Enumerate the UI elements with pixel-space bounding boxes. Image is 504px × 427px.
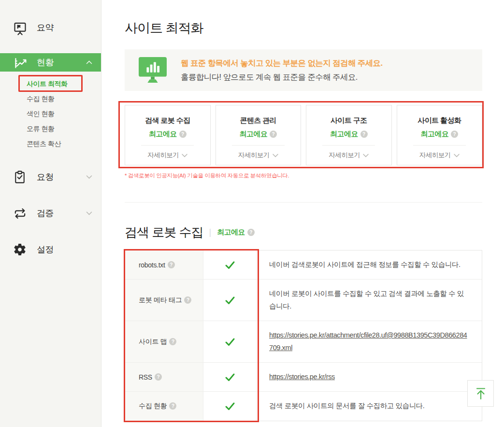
sidebar-item-label: 요청 xyxy=(37,171,86,183)
check-icon xyxy=(224,371,236,383)
sidebar-item-validation[interactable]: 검증 xyxy=(0,203,101,223)
check-cell xyxy=(203,363,257,391)
chart-icon xyxy=(13,55,30,70)
card-status: 최고에요 ? xyxy=(397,130,482,139)
check-cell xyxy=(203,250,257,279)
status-submenu: 사이트 최적화 수집 현황 색인 현황 오류 현황 콘텐츠 확산 xyxy=(0,72,101,153)
status-badge: 최고에요 xyxy=(217,228,245,237)
separator: | xyxy=(209,227,211,237)
chevron-down-icon xyxy=(454,154,460,157)
help-icon[interactable]: ? xyxy=(451,131,458,138)
sidebar-item-index-status[interactable]: 색인 현황 xyxy=(0,106,101,121)
score-cards: 검색 로봇 수집 최고에요 ? 자세히보기 콘텐츠 관리 최고에요 ? xyxy=(125,105,482,165)
help-icon[interactable]: ? xyxy=(360,131,368,138)
check-icon xyxy=(224,294,236,306)
help-icon[interactable]: ? xyxy=(247,229,255,236)
help-icon[interactable]: ? xyxy=(169,402,176,410)
check-cell xyxy=(203,321,257,362)
scroll-to-top-button[interactable] xyxy=(467,380,494,407)
monitor-chart-icon xyxy=(138,56,168,84)
check-icon xyxy=(224,259,236,271)
presentation-icon xyxy=(13,20,30,35)
row-description: 검색 로봇이 사이트의 문서를 잘 수집하고 있습니다. xyxy=(257,392,482,420)
check-icon xyxy=(224,400,236,412)
card-site-structure: 사이트 구조 최고에요 ? 자세히보기 xyxy=(306,105,392,165)
check-icon xyxy=(224,336,236,348)
chevron-down-icon xyxy=(273,154,278,157)
row-label: robots.txt ? xyxy=(125,250,203,279)
sidebar-item-error-status[interactable]: 오류 현황 xyxy=(0,121,101,136)
table-row: 로봇 메타 태그 ? 네이버 로봇이 사이트를 수집할 수 있고 검색 결과에 … xyxy=(125,280,482,321)
card-robot-collection: 검색 로봇 수집 최고에요 ? 자세히보기 xyxy=(125,105,211,165)
card-title: 사이트 활성화 xyxy=(397,116,482,125)
sidebar: 요약 현황 사이트 최적화 수집 현황 색인 현황 오류 현황 콘텐츠 확산 xyxy=(0,0,101,427)
clipboard-icon xyxy=(13,170,30,184)
detail-button[interactable]: 자세히보기 xyxy=(238,151,278,160)
status-badge: 최고에요 xyxy=(420,130,448,139)
sitemap-link[interactable]: https://stories.pe.kr/attachment/cfile28… xyxy=(269,329,469,354)
row-label: 사이트 맵 ? xyxy=(125,321,203,362)
card-divider xyxy=(232,145,285,146)
table-row: robots.txt ? 네이버 검색로봇이 사이트에 접근해 정보를 수집할 … xyxy=(125,250,482,280)
card-status: 최고에요 ? xyxy=(216,130,301,139)
card-status: 최고에요 ? xyxy=(306,130,391,139)
card-content-management: 콘텐츠 관리 최고에요 ? 자세히보기 xyxy=(216,105,302,165)
banner-text: 웹 표준 항목에서 놓치고 있는 부분은 없는지 점검해 주세요. 훌륭합니다!… xyxy=(181,58,382,83)
sidebar-item-label: 요약 xyxy=(37,22,92,33)
chevron-up-icon xyxy=(86,60,92,64)
chevron-down-icon xyxy=(182,154,187,157)
sidebar-item-label: 검증 xyxy=(37,207,86,219)
sidebar-item-content-spread[interactable]: 콘텐츠 확산 xyxy=(0,136,101,151)
help-icon[interactable]: ? xyxy=(270,131,277,138)
chevron-down-icon xyxy=(363,154,369,157)
card-divider xyxy=(141,145,194,146)
table-row: RSS ? https://stories.pe.kr/rss xyxy=(125,363,482,392)
status-badge: 최고에요 xyxy=(330,130,358,139)
sidebar-item-collection-status[interactable]: 수집 현황 xyxy=(0,91,101,106)
detail-button[interactable]: 자세히보기 xyxy=(147,151,187,160)
help-icon[interactable]: ? xyxy=(179,131,187,138)
ai-footnote: * 검색로봇이 인공지능(AI) 기술을 이용하여 자동으로 분석하였습니다. xyxy=(125,172,482,179)
detail-button[interactable]: 자세히보기 xyxy=(329,151,369,160)
page-title: 사이트 최적화 xyxy=(125,19,482,37)
section-title: 검색 로봇 수집 xyxy=(125,224,203,241)
sidebar-item-summary[interactable]: 요약 xyxy=(0,17,101,38)
card-divider xyxy=(322,145,375,146)
chevron-down-icon xyxy=(86,175,92,179)
sidebar-item-request[interactable]: 요청 xyxy=(0,167,101,187)
card-divider xyxy=(413,145,466,146)
section-status: 최고에요 ? xyxy=(217,228,255,237)
section-header: 검색 로봇 수집 | 최고에요 ? xyxy=(125,224,482,241)
status-badge: 최고에요 xyxy=(149,130,177,139)
loop-icon xyxy=(13,206,30,221)
row-label: 로봇 메타 태그 ? xyxy=(125,280,203,321)
table-row: 사이트 맵 ? https://stories.pe.kr/attachment… xyxy=(125,321,482,363)
banner-highlight: 웹 표준 항목에서 놓치고 있는 부분은 없는지 점검해 주세요. xyxy=(181,58,382,69)
row-description: https://stories.pe.kr/rss xyxy=(257,363,482,391)
row-description: https://stories.pe.kr/attachment/cfile28… xyxy=(257,321,482,362)
card-site-activation: 사이트 활성화 최고에요 ? 자세히보기 xyxy=(397,105,483,165)
help-icon[interactable]: ? xyxy=(184,296,191,304)
card-title: 사이트 구조 xyxy=(306,116,391,125)
check-cell xyxy=(203,280,257,321)
sidebar-item-status[interactable]: 현황 xyxy=(0,53,101,72)
detail-button[interactable]: 자세히보기 xyxy=(419,151,460,160)
help-icon[interactable]: ? xyxy=(169,338,176,345)
arrow-up-icon xyxy=(474,386,488,401)
robot-collection-table: robots.txt ? 네이버 검색로봇이 사이트에 접근해 정보를 수집할 … xyxy=(125,250,482,421)
card-status: 최고에요 ? xyxy=(125,130,210,139)
sidebar-item-settings[interactable]: 설정 xyxy=(0,239,101,260)
check-cell xyxy=(203,392,257,420)
sidebar-item-label: 현황 xyxy=(37,57,86,68)
sidebar-item-label: 설정 xyxy=(37,244,92,255)
help-icon[interactable]: ? xyxy=(168,261,175,268)
rss-link[interactable]: https://stories.pe.kr/rss xyxy=(269,371,469,383)
banner-message: 훌륭합니다! 앞으로도 계속 웹 표준을 준수해 주세요. xyxy=(181,72,382,83)
row-label: 수집 현황 ? xyxy=(125,392,203,420)
help-icon[interactable]: ? xyxy=(155,373,162,381)
row-description: 네이버 검색로봇이 사이트에 접근해 정보를 수집할 수 있습니다. xyxy=(257,250,482,279)
row-description: 네이버 로봇이 사이트를 수집할 수 있고 검색 결과에 노출할 수 있습니다. xyxy=(257,280,482,321)
main-content: 사이트 최적화 웹 표준 항목에서 놓치고 있는 부분은 없는지 점검해 주세요… xyxy=(102,0,504,427)
card-title: 콘텐츠 관리 xyxy=(216,116,301,125)
sidebar-item-site-optimization[interactable]: 사이트 최적화 xyxy=(0,76,101,91)
